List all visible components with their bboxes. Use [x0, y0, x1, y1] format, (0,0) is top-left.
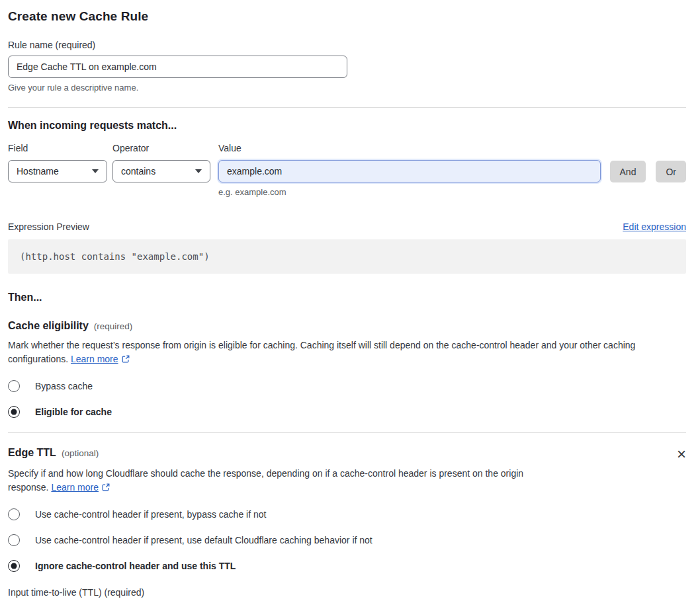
operator-select[interactable]: contains: [112, 160, 210, 182]
rule-name-label: Rule name (required): [8, 40, 686, 50]
external-link-icon: [121, 354, 130, 364]
chevron-down-icon: [92, 169, 99, 173]
radio-icon: [8, 534, 20, 546]
rule-name-input[interactable]: [8, 56, 347, 78]
operator-column: Operator contains: [112, 143, 218, 197]
value-helper: e.g. example.com: [218, 187, 686, 197]
field-select-value: Hostname: [17, 166, 59, 177]
expression-header: Expression Preview Edit expression: [8, 221, 686, 232]
cache-eligibility-learn-more-link[interactable]: Learn more: [71, 354, 118, 364]
operator-select-value: contains: [121, 166, 155, 177]
close-icon[interactable]: ×: [677, 448, 686, 460]
field-label: Field: [8, 143, 112, 153]
value-label: Value: [218, 143, 686, 153]
radio-selected-icon: [8, 560, 20, 572]
field-column: Field Hostname: [8, 143, 112, 197]
edge-ttl-section: Edge TTL (optional) × Specify if and how…: [8, 447, 686, 599]
value-input[interactable]: [218, 160, 601, 182]
ttl-label: Input time-to-live (TTL) (required): [8, 587, 686, 598]
create-cache-rule-page: Create new Cache Rule Rule name (require…: [0, 0, 700, 599]
edge-ttl-header: Edge TTL (optional) ×: [8, 447, 686, 460]
edge-ttl-title-row: Edge TTL (optional): [8, 447, 99, 459]
value-area: And Or: [218, 160, 686, 182]
and-button[interactable]: And: [610, 161, 646, 182]
value-column: Value And Or e.g. example.com: [218, 143, 686, 197]
rule-name-helper: Give your rule a descriptive name.: [8, 83, 686, 93]
match-heading: When incoming requests match...: [8, 120, 686, 132]
rule-name-block: Rule name (required) Give your rule a de…: [8, 40, 686, 93]
external-link-icon: [101, 483, 110, 492]
cache-eligibility-section: Cache eligibility (required) Mark whethe…: [8, 320, 686, 418]
expression-preview-label: Expression Preview: [8, 221, 89, 232]
radio-ignore-header-use-ttl[interactable]: Ignore cache-control header and use this…: [8, 560, 686, 572]
criteria-row: Field Hostname Operator contains Value A…: [8, 143, 686, 197]
then-heading: Then...: [8, 292, 686, 303]
cache-eligibility-qualifier: (required): [94, 321, 133, 331]
field-select[interactable]: Hostname: [8, 160, 107, 182]
ttl-block: Input time-to-live (TTL) (required) 1 da…: [8, 587, 686, 599]
radio-eligible-for-cache[interactable]: Eligible for cache: [8, 406, 686, 418]
radio-use-header-default-if-not[interactable]: Use cache-control header if present, use…: [8, 534, 686, 546]
match-section: When incoming requests match... Field Ho…: [8, 120, 686, 274]
or-button[interactable]: Or: [656, 161, 686, 182]
chevron-down-icon: [195, 169, 202, 173]
radio-bypass-cache[interactable]: Bypass cache: [8, 380, 686, 392]
radio-icon: [8, 380, 20, 392]
radio-icon: [8, 508, 20, 520]
edit-expression-link[interactable]: Edit expression: [623, 221, 686, 232]
divider: [8, 432, 686, 433]
radio-selected-icon: [8, 406, 20, 418]
radio-use-header-bypass-if-not[interactable]: Use cache-control header if present, byp…: [8, 508, 686, 520]
divider: [8, 107, 686, 108]
edge-ttl-description: Specify if and how long Cloudflare shoul…: [8, 467, 562, 495]
cache-eligibility-description: Mark whether the request’s response from…: [8, 339, 686, 366]
page-title: Create new Cache Rule: [8, 9, 686, 24]
expression-preview-code: (http.host contains "example.com"): [8, 239, 686, 274]
edge-ttl-learn-more-link[interactable]: Learn more: [51, 482, 99, 493]
edge-ttl-qualifier: (optional): [62, 448, 99, 458]
cache-eligibility-title: Cache eligibility: [8, 320, 89, 332]
cache-eligibility-title-row: Cache eligibility (required): [8, 320, 686, 332]
edge-ttl-title: Edge TTL: [8, 447, 56, 459]
operator-label: Operator: [112, 143, 218, 153]
